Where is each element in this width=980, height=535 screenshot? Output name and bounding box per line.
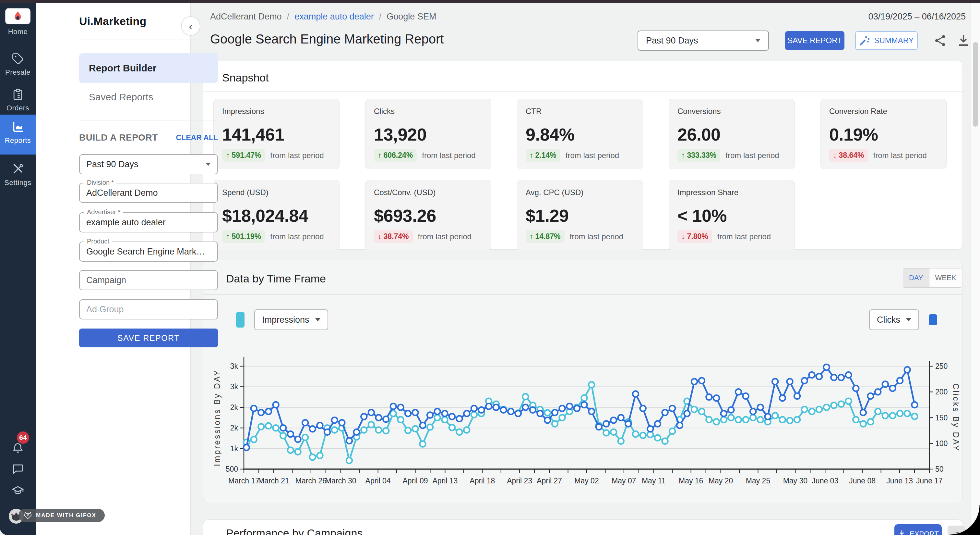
- metric-label: Conversion Rate: [829, 107, 938, 116]
- down-arrow-icon: ↓: [681, 232, 685, 241]
- metric-label: CTR: [526, 107, 634, 116]
- toggle-day[interactable]: DAY: [903, 268, 929, 287]
- learn-button[interactable]: [0, 484, 36, 497]
- save-report-button-sidebar[interactable]: SAVE REPORT: [79, 329, 218, 347]
- sidebar-item-home[interactable]: Home: [0, 8, 36, 36]
- change-footnote: from last period: [270, 151, 324, 160]
- nav-saved-reports[interactable]: Saved Reports: [89, 91, 153, 102]
- breadcrumb-item[interactable]: Google SEM: [387, 12, 436, 22]
- clear-all-button[interactable]: CLEAR ALL: [36, 133, 218, 142]
- magic-wand-icon: [859, 35, 870, 46]
- svg-text:April 18: April 18: [469, 477, 495, 485]
- sidebar-item-orders[interactable]: Orders: [0, 88, 36, 112]
- breadcrumb-item[interactable]: AdCellerant Demo: [210, 12, 282, 22]
- change-badge: ↑ 333.33%: [678, 149, 720, 162]
- export-button[interactable]: EXPORT: [894, 524, 942, 535]
- svg-text:June 03: June 03: [812, 477, 838, 485]
- download-icon[interactable]: [957, 34, 970, 47]
- flame-logo-icon: [5, 8, 30, 24]
- metric-label: Avg. CPC (USD): [526, 188, 634, 197]
- nav-report-builder[interactable]: Report Builder: [79, 53, 218, 83]
- tools-icon: [12, 163, 24, 175]
- toggle-week[interactable]: WEEK: [929, 268, 962, 287]
- up-arrow-icon: ↑: [226, 151, 230, 160]
- svg-text:2k: 2k: [230, 403, 239, 412]
- metric-label: Conversions: [678, 107, 786, 116]
- svg-text:250: 250: [935, 362, 948, 371]
- rail-label: Settings: [4, 179, 32, 187]
- scrollbar-thumb[interactable]: [973, 42, 978, 126]
- right-metric-select[interactable]: Clicks: [869, 309, 919, 330]
- down-arrow-icon: ↓: [378, 232, 382, 241]
- performance-title: Performance by Campaigns: [226, 527, 363, 535]
- svg-text:March 26: March 26: [296, 477, 326, 485]
- change-badge: ↑ 2.14%: [526, 149, 560, 162]
- chat-button[interactable]: [0, 463, 36, 475]
- change-footnote: from last period: [570, 232, 623, 241]
- chevron-down-icon: [205, 163, 211, 166]
- metric-card-impression-share: Impression Share < 10% ↓ 7.80% from last…: [669, 180, 795, 250]
- period-select[interactable]: Past 90 Days: [79, 154, 218, 174]
- svg-text:3k: 3k: [230, 362, 239, 371]
- field-value: AdCellerant Demo: [86, 188, 158, 198]
- change-badge: ↑ 606.24%: [374, 149, 417, 162]
- field-label: Advertiser *: [84, 208, 123, 216]
- divider: [79, 120, 218, 120]
- metric-card-cost-conv-usd: Cost/Conv. (USD) $693.26 ↓ 38.74% from l…: [365, 180, 491, 250]
- field-value: example auto dealer: [86, 217, 166, 228]
- field-ad-group[interactable]: Ad Group: [79, 299, 218, 319]
- sidebar-item-settings[interactable]: Settings: [0, 163, 36, 187]
- rail-label: Presale: [5, 68, 30, 77]
- metric-value: 13,920: [374, 125, 482, 144]
- up-arrow-icon: ↑: [681, 151, 685, 160]
- metric-card-impressions: Impressions 141,461 ↑ 591.47% from last …: [213, 99, 339, 169]
- collapse-panel-button[interactable]: ‹: [181, 16, 200, 36]
- gifox-watermark: MADE WITH GIFOX: [19, 509, 105, 522]
- chevron-down-icon: [315, 318, 320, 321]
- chevron-down-icon: [906, 318, 911, 321]
- svg-text:Impressions By DAY: Impressions By DAY: [212, 369, 221, 466]
- field-advertiser[interactable]: Advertiser *example auto dealer: [79, 212, 218, 232]
- sidebar-item-presale[interactable]: Presale: [0, 53, 36, 77]
- divider: [79, 40, 218, 40]
- field-campaign[interactable]: Campaign: [79, 270, 218, 290]
- metric-value: $18,024.84: [222, 206, 331, 226]
- report-builder-panel: Ui.Marketing Report Builder Saved Report…: [36, 3, 191, 535]
- window-top-edge: [0, 0, 980, 3]
- snapshot-section: Snapshot Impressions 141,461 ↑ 591.47% f…: [203, 61, 963, 250]
- chevron-down-icon: [755, 39, 760, 42]
- field-value: Google Search Engine Mark…: [86, 247, 205, 257]
- save-report-button[interactable]: SAVE REPORT: [785, 31, 845, 50]
- metric-value: $693.26: [374, 206, 482, 226]
- timeframe-section: Data by Time Frame DAY WEEK Impressions …: [203, 260, 963, 503]
- dual-axis-line-chart: 5001k2k2k3k3k50100150200250March 17March…: [203, 338, 963, 494]
- field-division[interactable]: Division *AdCellerant Demo: [79, 183, 218, 203]
- chart-legend-row: Impressions Clicks: [203, 309, 963, 330]
- summary-button[interactable]: SUMMARY: [855, 31, 918, 50]
- left-metric-select[interactable]: Impressions: [254, 309, 328, 330]
- date-range-label: 03/19/2025 – 06/16/2025: [746, 12, 966, 22]
- rail-label: Reports: [5, 136, 31, 145]
- clicks-color-swatch: [929, 314, 937, 325]
- share-icon[interactable]: [933, 34, 947, 47]
- bell-icon: [12, 442, 24, 455]
- notifications-button[interactable]: [0, 442, 36, 455]
- period-select-header[interactable]: Past 90 Days: [638, 30, 769, 51]
- metric-cards-row-1: Impressions 141,461 ↑ 591.47% from last …: [213, 99, 947, 169]
- svg-text:April 13: April 13: [432, 477, 458, 485]
- change-badge: ↓ 7.80%: [678, 230, 712, 243]
- breadcrumb-item-link[interactable]: example auto dealer: [294, 12, 374, 22]
- svg-text:Clicks By DAY: Clicks By DAY: [951, 383, 961, 452]
- svg-text:2k: 2k: [230, 424, 239, 432]
- metric-value: 26.00: [678, 125, 786, 144]
- sidebar-item-reports[interactable]: Reports: [0, 121, 36, 145]
- metric-value: 0.19%: [829, 125, 938, 144]
- scrollbar-track[interactable]: [970, 3, 980, 535]
- metric-label: Clicks: [374, 107, 482, 116]
- svg-text:50: 50: [935, 465, 944, 473]
- field-product[interactable]: ProductGoogle Search Engine Mark…: [79, 241, 218, 262]
- change-badge: ↓ 38.74%: [374, 230, 413, 243]
- svg-text:500: 500: [226, 465, 238, 473]
- down-arrow-icon: ↓: [833, 151, 837, 160]
- metric-value: 141,461: [222, 125, 331, 144]
